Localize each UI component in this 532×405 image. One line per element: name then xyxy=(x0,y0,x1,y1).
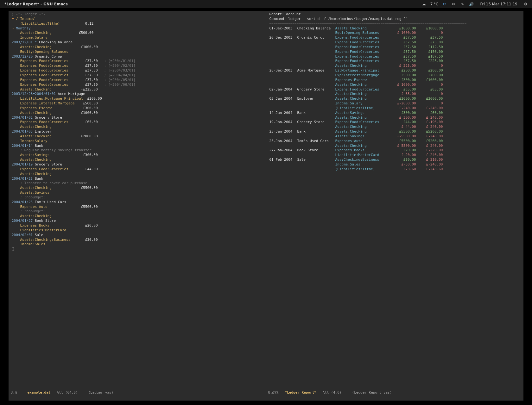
register-row: Expens:Food:Groceries£37.50£112.50 xyxy=(269,45,522,50)
register-row: 20-Dec-2003Organic Co-opExpens:Food:Groc… xyxy=(269,35,522,40)
register-row: Expens:Food:Groceries£37.50£75.00 xyxy=(269,40,522,45)
register-row: Assets:Checking£-65.000 xyxy=(269,92,522,97)
volume-icon[interactable]: 🔊 xyxy=(469,2,474,7)
refresh-icon[interactable]: ⟳ xyxy=(442,2,447,7)
modeline-bar: -U:@--- example.dat All (64,0) (Ledger y… xyxy=(9,390,523,396)
mail-icon[interactable]: ✉ xyxy=(451,2,456,7)
weather-icon[interactable]: ☁ xyxy=(421,2,427,7)
register-row: Assets:Checking£-44.00£-240.00 xyxy=(269,125,522,129)
register-row: Assets:Checking£-1000.000 xyxy=(269,83,522,87)
register-row: Expenses:Escrow£300.00£1000.00 xyxy=(269,78,522,83)
register-row: (Liabilities:Tithe)£-3.60£-243.60 xyxy=(269,167,522,172)
window-title: *Ledger Report* - GNU Emacs xyxy=(0,2,421,7)
emacs-frame: ; -*- ledger -*-= /^Income/ (Liabilities… xyxy=(9,11,523,390)
register-row: 19-Jan-2004Grocery StoreExpens:Food:Groc… xyxy=(269,120,522,125)
network-icon[interactable]: ⇅ xyxy=(460,2,465,7)
register-row: 02-Jan-2004Grocery StoreExpens:Food:Groc… xyxy=(269,87,522,92)
modeline-right: -U:@%%- *Ledger Report* All (4,0) (Ledge… xyxy=(266,390,523,396)
settings-icon[interactable]: ⚙ xyxy=(523,2,528,7)
text-cursor xyxy=(12,247,14,251)
register-row: Assets:Checking£-5500.00£-240.00 xyxy=(269,144,522,148)
register-row: 25-Jan-2004Tom's Used CarsExpenses:Auto£… xyxy=(269,139,522,144)
ledger-report-window[interactable]: Report: accountCommand: ledger --sort d … xyxy=(266,11,524,390)
register-row: Expens:Food:Groceries£37.50£150.00 xyxy=(269,50,522,54)
register-row: Equi:Opening Balances£-1000.000 xyxy=(269,31,522,35)
register-row: (Liabilities:Tithe)£-240.00£-240.00 xyxy=(269,106,522,111)
register-row: 28-Dec-2003Acme MortgageLi:Mortgage:Prin… xyxy=(269,68,522,73)
weather-text: 7 °C xyxy=(430,2,439,7)
ledger-source-window[interactable]: ; -*- ledger -*-= /^Income/ (Liabilities… xyxy=(9,11,266,390)
register-row: 01-Feb-2004SaleAss:Checking:Business£30.… xyxy=(269,158,522,162)
register-row: Liabilitie:MasterCard£-20.00£-240.00 xyxy=(269,153,522,158)
register-row: Expens:Food:Groceries£37.50£187.50 xyxy=(269,54,522,59)
register-row: Exp:Interest:Mortgage£500.00£700.00 xyxy=(269,73,522,78)
register-row: Assets:Checking£-300.00£-240.00 xyxy=(269,115,522,120)
clock: Fri 15 Mar 17:11:19 xyxy=(480,2,517,7)
register-row: Income:Sales£-30.00£-240.00 xyxy=(269,162,522,167)
register-row: 05-Jan-2004EmployerAssets:Checking£2000.… xyxy=(269,97,522,101)
register-row: Assets:Checking£-225.000 xyxy=(269,64,522,68)
register-row: 27-Jan-2004Book StoreExpenses:Books£20.0… xyxy=(269,148,522,153)
register-row: 14-Jan-2004BankAssets:Savings£300.00£60.… xyxy=(269,111,522,115)
panel-tray: ☁ 7 °C ⟳ ✉ ⇅ 🔊 Fri 15 Mar 17:11:19 ⚙ xyxy=(421,2,532,7)
register-row: Income:Salary£-2000.000 xyxy=(269,101,522,106)
minibuffer[interactable] xyxy=(9,396,523,401)
register-row: 01-Dec-2003Checking balanceAssets:Checki… xyxy=(269,26,522,31)
modeline-left: -U:@--- example.dat All (64,0) (Ledger y… xyxy=(9,390,266,396)
desktop-panel: *Ledger Report* - GNU Emacs ☁ 7 °C ⟳ ✉ ⇅… xyxy=(0,0,532,8)
register-row: 25-Jan-2004BankAssets:Checking£5500.00£5… xyxy=(269,129,522,134)
register-row: Expens:Food:Groceries£37.50£225.00 xyxy=(269,59,522,64)
register-row: Assets:Savings£-5500.00£-240.00 xyxy=(269,134,522,139)
